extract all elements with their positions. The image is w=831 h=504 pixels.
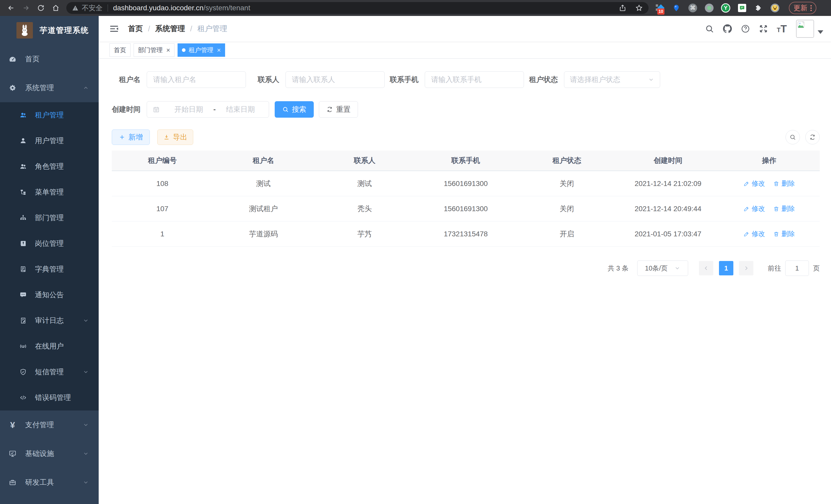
toggle-search-button[interactable] [785, 130, 800, 144]
profile-avatar-icon[interactable] [770, 3, 780, 12]
sidebar-item-system[interactable]: 系统管理 [0, 73, 99, 102]
sidebar-toggle-button[interactable] [109, 24, 119, 34]
sidebar-item-post[interactable]: 岗位管理 [0, 231, 99, 256]
export-button[interactable]: 导出 [157, 129, 193, 145]
edit-button[interactable]: 修改 [743, 179, 765, 188]
table-toolbar: 新增 导出 [112, 129, 820, 145]
page-unit-label: 页 [813, 264, 820, 273]
close-icon[interactable]: × [217, 47, 221, 53]
sidebar-item-sms[interactable]: 短信管理 [0, 359, 99, 385]
cell-status: 关闭 [516, 179, 618, 188]
sidebar-item-dept[interactable]: 部门管理 [0, 205, 99, 231]
close-icon[interactable]: × [166, 47, 170, 53]
cell-mobile: 17321315478 [415, 230, 516, 238]
delete-button[interactable]: 删除 [773, 229, 795, 238]
forward-button[interactable] [19, 2, 33, 14]
sidebar-item-label: 支付管理 [25, 420, 54, 430]
dict-icon [20, 266, 27, 273]
next-page-button[interactable] [739, 261, 753, 275]
github-link[interactable] [723, 24, 732, 33]
cell-actions: 修改删除 [718, 179, 820, 188]
fullscreen-button[interactable] [759, 24, 768, 33]
hamburger-icon [109, 24, 119, 34]
search-button[interactable]: 搜索 [275, 101, 314, 118]
app-title: 芋道管理系统 [39, 25, 89, 36]
tenant-name-input[interactable] [147, 71, 246, 88]
toolbox-icon [9, 479, 17, 486]
cell-contact: 秃头 [314, 204, 415, 214]
add-button[interactable]: 新增 [112, 129, 150, 145]
bookmark-star-icon[interactable] [635, 4, 643, 12]
navbar-actions: TT [696, 20, 823, 38]
column-header: 租户编号 [112, 156, 213, 166]
sidebar-item-error-code[interactable]: 错误码管理 [0, 385, 99, 411]
extension-y-icon[interactable]: Y [721, 3, 730, 12]
extension-pin-icon[interactable]: 10 [655, 3, 664, 12]
sidebar-logo[interactable]: 芋道管理系统 [0, 16, 99, 45]
breadcrumb-system[interactable]: 系统管理 [155, 24, 185, 34]
sidebar-item-dict[interactable]: 字典管理 [0, 256, 99, 282]
home-button[interactable] [48, 2, 63, 14]
help-button[interactable] [741, 24, 750, 33]
extension-chat-icon[interactable] [738, 3, 747, 12]
column-header: 操作 [718, 156, 820, 166]
date-separator: - [211, 105, 218, 114]
goto-page-input[interactable] [785, 261, 809, 276]
share-icon[interactable] [619, 4, 627, 12]
page-size-select[interactable]: 10条/页 [637, 261, 688, 276]
extension-record-icon[interactable] [705, 3, 714, 12]
date-range-picker[interactable]: 开始日期 - 结束日期 [147, 101, 269, 118]
tag-dept[interactable]: 部门管理 × [134, 43, 174, 57]
edit-button[interactable]: 修改 [743, 229, 765, 238]
prev-page-button[interactable] [699, 261, 713, 275]
dashboard-icon [9, 55, 17, 63]
breadcrumb-home[interactable]: 首页 [128, 24, 143, 34]
contact-label: 联系人 [258, 75, 279, 85]
address-bar[interactable]: 不安全 dashboard.yudao.iocoder.cn/system/te… [66, 2, 649, 14]
reload-button[interactable] [33, 2, 48, 14]
sidebar-item-menu[interactable]: 菜单管理 [0, 179, 99, 205]
tag-tenant[interactable]: 租户管理 × [177, 43, 225, 57]
filter-row-2: 创建时间 开始日期 - 结束日期 搜索 重置 [112, 101, 820, 118]
delete-button[interactable]: 删除 [773, 204, 795, 213]
extension-badge: 10 [657, 8, 664, 14]
font-size-button[interactable]: TT [777, 24, 787, 33]
header-search-button[interactable] [705, 24, 714, 33]
back-button[interactable] [4, 2, 19, 14]
sidebar-item-role[interactable]: 角色管理 [0, 154, 99, 179]
create-time-label: 创建时间 [112, 105, 141, 114]
table-body: 108测试测试15601691300关闭2021-12-14 21:02:09修… [112, 171, 820, 246]
cell-tenant-id: 107 [112, 205, 213, 213]
sidebar-item-home[interactable]: 首页 [0, 45, 99, 73]
page-number-1[interactable]: 1 [719, 261, 733, 275]
extension-balloon-icon[interactable] [672, 3, 681, 12]
refresh-icon [809, 134, 816, 141]
security-label[interactable]: 不安全 [82, 3, 103, 12]
sidebar-item-online-user[interactable]: 在线用户 [0, 333, 99, 359]
edit-button[interactable]: 修改 [743, 204, 765, 213]
extension-command-icon[interactable]: ⌘ [688, 3, 697, 12]
delete-button[interactable]: 删除 [773, 179, 795, 188]
status-select[interactable]: 请选择租户状态 [564, 71, 660, 88]
avatar-dropdown-caret-icon[interactable] [818, 30, 823, 34]
sidebar-item-dev-tool[interactable]: 研发工具 [0, 468, 99, 497]
sidebar-item-notice[interactable]: 通知公告 [0, 282, 99, 308]
sidebar-item-tenant[interactable]: 租户管理 [0, 102, 99, 128]
reset-button[interactable]: 重置 [319, 101, 358, 118]
extensions-puzzle-icon[interactable] [754, 3, 763, 12]
contact-input[interactable] [285, 71, 385, 88]
mobile-input[interactable] [425, 71, 524, 88]
browser-menu-icon[interactable] [810, 5, 812, 11]
chevron-right-icon [743, 265, 749, 271]
user-avatar[interactable] [796, 20, 814, 38]
url-text[interactable]: dashboard.yudao.iocoder.cn/system/tenant [113, 4, 610, 12]
sidebar-item-audit-log[interactable]: 审计日志 [0, 308, 99, 333]
sidebar-item-user[interactable]: 用户管理 [0, 128, 99, 154]
table-row: 107测试租户秃头15601691300关闭2021-12-14 20:49:4… [112, 196, 820, 221]
sidebar-item-infra[interactable]: 基础设施 [0, 439, 99, 468]
browser-update-button[interactable]: 更新 [789, 2, 816, 14]
chevron-down-icon [83, 318, 89, 324]
refresh-table-button[interactable] [805, 130, 820, 144]
sidebar-item-pay[interactable]: ¥支付管理 [0, 411, 99, 439]
tag-home[interactable]: 首页 [110, 43, 131, 57]
